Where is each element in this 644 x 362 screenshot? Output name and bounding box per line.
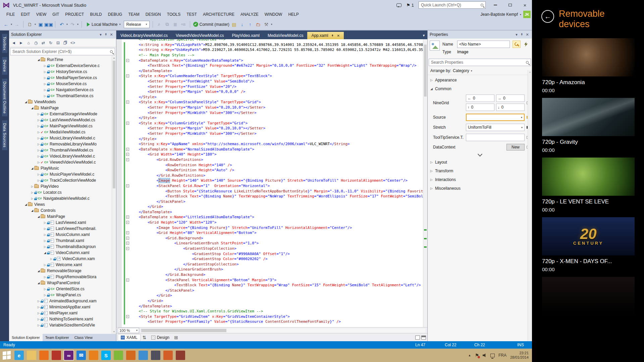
code-text[interactable]: </DataTemplate> (130, 69, 172, 73)
tree-item-removablelibraryviewmo[interactable]: ▷C#RemovableLibraryViewMo (9, 141, 116, 147)
code-line[interactable]: </DataTemplate> (116, 303, 423, 309)
collapse-region-icon[interactable]: − (126, 315, 129, 318)
back-button[interactable]: ← (541, 10, 554, 23)
tab-list-dropdown-icon[interactable]: ▼ (422, 34, 425, 37)
tree-item-musiclibraryviewmodel-c[interactable]: ▷C#MusicLibraryViewModel.c (9, 135, 116, 141)
git-settings-icon[interactable]: ⚒ (263, 21, 270, 28)
name-input[interactable]: <No Name> (457, 41, 510, 48)
code-text[interactable]: <RowDefinition Height="Auto" /> (130, 168, 234, 172)
expand-arrow-icon[interactable]: ▷ (37, 179, 41, 182)
fold-margin[interactable]: − (125, 158, 130, 161)
user-dropdown-icon[interactable]: ▾ (520, 13, 521, 16)
collapse-region-icon[interactable]: − (126, 221, 129, 224)
code-line[interactable]: </Grid.RowDefinitions> (116, 173, 423, 178)
action-center-flag-icon[interactable]: ⚑ (475, 353, 479, 358)
view-code-icon[interactable]: <> (69, 40, 76, 46)
stretch-combobox[interactable]: UniformToFill▾ (466, 124, 525, 131)
code-text[interactable]: <Setter Property="FontFamily" Value="{St… (130, 319, 341, 324)
code-text[interactable]: </Grid> (130, 299, 163, 303)
code-line[interactable]: <Image Source="{Binding Picture}" Stretc… (116, 225, 423, 230)
code-line[interactable]: − <Style x:Key="ColumnHeaderTextStyle" T… (116, 73, 423, 79)
feedback-icon[interactable] (396, 3, 401, 7)
collapse-region-icon[interactable]: − (126, 158, 129, 161)
close-panel-icon[interactable]: ✕ (109, 33, 114, 37)
tree-item-locator-cs[interactable]: ▷C#Locator.cs (9, 189, 116, 195)
collapse-region-icon[interactable]: − (126, 237, 129, 240)
code-text[interactable]: <Style x:Key="ColumnGridStyle" TargetTyp… (130, 121, 248, 125)
code-text[interactable]: <Setter Property="Margin" Value="0,20,10… (130, 126, 265, 130)
code-text[interactable]: </StackPanel> (130, 288, 194, 293)
forward-icon[interactable]: ► (18, 40, 24, 46)
configuration-select[interactable]: Release▾ (124, 21, 149, 28)
code-text[interactable]: <!-- Main Page Styles --> (130, 53, 194, 57)
bottom-tab-class-view[interactable]: Class View (72, 334, 95, 341)
events-mode-button[interactable] (522, 41, 530, 48)
code-text[interactable]: <DataTemplate x:Name="NormalSizedAlbumDa… (130, 147, 254, 152)
collapse-arrow-icon[interactable]: ◢ (37, 215, 41, 218)
menu-project[interactable]: PROJECT (62, 10, 87, 19)
code-line[interactable]: − <Style x:Key="ColumnGridStyle" TargetT… (116, 121, 423, 126)
collapse-arrow-icon[interactable]: ◢ (37, 58, 41, 61)
tab-xaml[interactable]: <> XAML (118, 334, 141, 341)
code-line[interactable]: </LinearGradientBrush> (116, 267, 423, 272)
tree-item-removablestorage[interactable]: ◢RemovableStorage (9, 268, 116, 274)
code-line[interactable]: <!-- Application Specific resources --> (116, 39, 423, 42)
code-text[interactable]: </DataTemplate> (130, 210, 172, 214)
document-tab-app-xaml[interactable]: App.xaml🖈✕ (307, 32, 343, 39)
tree-item-orientedsize-cs[interactable]: ▷C#OrientedSize.cs (9, 286, 116, 292)
code-text[interactable]: </StackPanel> (130, 199, 185, 204)
video-thumbnail[interactable] (542, 98, 635, 136)
tree-item-playvideo[interactable]: ▷PlayVideo (9, 183, 116, 189)
code-text[interactable]: <Image Height="140" Width="140" Source="… (130, 178, 408, 183)
menu-tools[interactable]: TOOLS (164, 10, 183, 19)
start-debug-button[interactable]: Local Machine ▾ (85, 21, 122, 27)
expand-arrow-icon[interactable]: ▷ (43, 70, 47, 73)
expand-arrow-icon[interactable]: ▷ (37, 161, 41, 164)
editor-vertical-scrollbar[interactable] (423, 39, 427, 327)
tree-item-playmusic[interactable]: ◢PlayMusic (9, 165, 116, 171)
tree-item-trackcollectionviewmode[interactable]: ▷C#TrackCollectionViewMode (9, 177, 116, 183)
navigate-back-icon[interactable]: ← (3, 21, 9, 28)
fold-margin[interactable]: − (125, 221, 130, 224)
sidebar-tab-document-outline[interactable]: Document Outline (2, 79, 7, 116)
fold-margin[interactable]: − (125, 74, 130, 77)
document-tab-viewedvideoviewmodel-cs[interactable]: ViewedVideoViewModel.cs (172, 32, 228, 39)
tree-item-mainpageviewmodel-cs[interactable]: ▷C#MainPageViewModel.cs (9, 123, 116, 129)
menu-architecture[interactable]: ARCHITECTURE (200, 10, 237, 19)
expand-arrow-icon[interactable]: ▷ (43, 76, 47, 79)
close-panel-icon[interactable]: ✕ (525, 33, 530, 37)
video-thumbnail[interactable] (542, 277, 635, 315)
sidebar-tab-toolbox[interactable]: Toolbox (2, 34, 7, 53)
refresh-icon[interactable]: ↻ (47, 40, 54, 46)
code-text[interactable]: </LinearGradientBrush> (130, 267, 223, 272)
notifications-flag-icon[interactable]: ⚑ 1 (406, 3, 414, 8)
expand-arrow-icon[interactable]: ▷ (37, 143, 41, 146)
collapse-region-icon[interactable]: − (126, 59, 129, 62)
code-text[interactable]: <!-- Application Specific resources --> (130, 39, 225, 42)
taskbar-icon-mail[interactable]: ✉ (76, 351, 86, 360)
document-tab-playvideo-xaml[interactable]: PlayVideo.xaml (228, 32, 264, 39)
code-editor[interactable]: <!-- Application Specific resources --> … (116, 39, 427, 327)
expand-arrow-icon[interactable]: ▷ (37, 306, 41, 309)
code-text[interactable]: <DataTemplate x:Name="LittleSizedAlbumDa… (130, 215, 254, 219)
taskbar-icon-windows-store[interactable] (52, 351, 61, 360)
collapse-region-icon[interactable]: − (126, 148, 129, 151)
menu-debug[interactable]: DEBUG (105, 10, 125, 19)
input-language[interactable]: FRA (498, 353, 506, 358)
tree-item-miniplayer-xaml[interactable]: ▷MiniPlayer.xaml (9, 310, 116, 316)
code-text[interactable]: </Grid.RowDefinitions> (130, 173, 205, 178)
code-line[interactable]: <Setter Property="MinWidth" Value="300">… (116, 131, 423, 136)
tree-item-musiccolumn-xaml[interactable]: ▷MusicColumn.xaml (9, 232, 116, 238)
code-text[interactable]: <Setter Property="FontSize" Value="20"/> (130, 84, 236, 89)
tree-item-thumbnailsbackgroun[interactable]: ▷ThumbnailsBackgroun (9, 244, 116, 250)
navigate-back-dropdown-icon[interactable]: ▾ (11, 23, 12, 26)
menu-file[interactable]: FILE (3, 10, 18, 19)
home-icon[interactable]: ⌂ (25, 40, 32, 46)
code-line[interactable]: − <Grid Width="140" Height="180"> (116, 152, 423, 157)
code-line[interactable]: <Setter Property="FontWeight" Value="Sem… (116, 79, 423, 84)
code-line[interactable]: <GradientStop Color="#00020202" /> (116, 256, 423, 262)
section-common[interactable]: ◢Common (428, 84, 532, 93)
code-text[interactable]: <x:String x:Key="UsbKeyPath">M59.219027,… (130, 48, 423, 52)
expand-arrow-icon[interactable]: ▷ (43, 95, 47, 98)
menu-git[interactable]: GIT (49, 10, 62, 19)
